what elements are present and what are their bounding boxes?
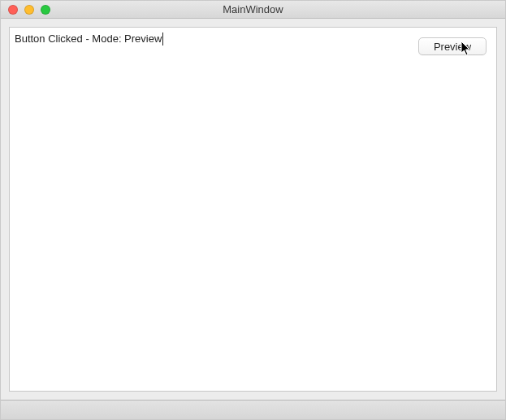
close-icon[interactable] <box>8 5 18 15</box>
status-bar <box>1 400 505 419</box>
window-controls <box>1 5 50 15</box>
status-text[interactable]: Button Clicked - Mode: Preview <box>15 32 163 45</box>
titlebar: MainWindow <box>1 1 505 19</box>
client-area: Button Clicked - Mode: Preview Preview <box>1 19 505 400</box>
content-panel: Button Clicked - Mode: Preview Preview <box>9 27 497 392</box>
preview-button[interactable]: Preview <box>418 37 487 55</box>
window-title: MainWindow <box>1 3 505 15</box>
main-window: MainWindow Button Clicked - Mode: Previe… <box>0 0 506 420</box>
preview-button-label: Preview <box>434 41 471 53</box>
maximize-icon[interactable] <box>41 5 50 15</box>
minimize-icon[interactable] <box>24 5 34 15</box>
